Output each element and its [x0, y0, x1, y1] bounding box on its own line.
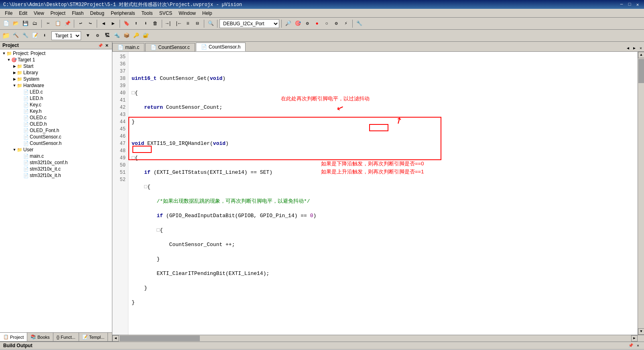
menu-edit[interactable]: Edit [16, 10, 30, 17]
search-btn[interactable]: 🔎 [284, 19, 293, 28]
bookmark-btn[interactable]: 🔖 [122, 19, 131, 28]
tree-item-main-c[interactable]: 📄 main.c [0, 153, 112, 159]
stop-btn[interactable]: ○ [322, 19, 331, 28]
tab-close-all[interactable]: ✕ [638, 45, 644, 51]
menu-flash[interactable]: Flash [69, 10, 87, 17]
bottom-scrollbar[interactable]: ◀ ▶ [112, 335, 644, 341]
scroll-up-btn[interactable]: ▲ [638, 52, 644, 58]
nav-back-btn[interactable]: ◀ [99, 19, 108, 28]
close-button[interactable]: ✕ [634, 2, 641, 7]
manage-btn4[interactable]: 🔑 [132, 31, 140, 40]
project-icon[interactable]: 📁 [2, 31, 10, 40]
unindent-btn[interactable]: |← [174, 19, 183, 28]
toggle-btn[interactable]: ⊟ [193, 19, 202, 28]
prev-bookmark-btn[interactable]: ⬆ [132, 19, 140, 28]
settings-btn[interactable]: 🔧 [355, 19, 364, 28]
tree-item-system[interactable]: ▶ 📁 System [0, 76, 112, 82]
tree-item-library[interactable]: ▶ 📁 Library [0, 69, 112, 76]
panel-close-btn[interactable]: ✕ [104, 43, 110, 48]
menu-view[interactable]: View [30, 10, 47, 17]
maximize-button[interactable]: □ [626, 2, 633, 7]
bottom-panel-pin-btn[interactable]: 📌 [628, 343, 634, 348]
tree-item-hardware[interactable]: ▼ 📁 Hardware [0, 82, 112, 89]
flash-btn[interactable]: ⚡ [341, 19, 350, 28]
code-content[interactable]: uint16_t CountSensor_Get(void) □{ return… [128, 52, 638, 335]
tree-item-stm32-it-c[interactable]: 📄 stm32f10x_it.c [0, 166, 112, 172]
tree-item-oled-font-h[interactable]: 📄 OLED_Font.h [0, 127, 112, 134]
target-settings-btn[interactable]: ⚙ [93, 31, 102, 40]
menu-debug[interactable]: Debug [87, 10, 108, 17]
menu-tools[interactable]: Tools [138, 10, 156, 17]
code-editor[interactable]: 35 36 37 38 39 40 41 42 43 44 45 46 47 4… [112, 52, 644, 335]
clear-bookmark-btn[interactable]: 🗑 [151, 19, 160, 28]
scroll-left-btn[interactable]: ◀ [112, 335, 119, 342]
tree-item-oled-c[interactable]: 📄 OLED.c [0, 114, 112, 121]
proj-tab-books[interactable]: 📚 Books [27, 333, 53, 341]
menu-project[interactable]: Project [47, 10, 69, 17]
tab-scroll-left[interactable]: ◀ [625, 45, 631, 51]
tree-item-key-c[interactable]: 📄 Key.c [0, 102, 112, 108]
menu-svcs[interactable]: SVCS [156, 10, 176, 17]
scroll-right-btn[interactable]: ▶ [631, 335, 638, 342]
target-select-btn[interactable]: ▼ [83, 31, 92, 40]
menu-peripherals[interactable]: Peripherals [108, 10, 138, 17]
undo-btn[interactable]: ↩ [76, 19, 85, 28]
manage-btn3[interactable]: 📦 [122, 31, 131, 40]
tree-item-stm32-it-h[interactable]: 📄 stm32f10x_it.h [0, 172, 112, 179]
tree-item-user[interactable]: ▼ 📁 User [0, 147, 112, 153]
nav-fwd-btn[interactable]: ▶ [109, 19, 118, 28]
editor-scrollbar[interactable]: ▲ ▼ [638, 52, 644, 335]
proj-tab-functions[interactable]: {} Funct... [53, 333, 79, 341]
tab-main-c[interactable]: 📄 main.c [112, 43, 144, 51]
run-btn[interactable]: ● [313, 19, 321, 28]
manage-btn5[interactable]: 🔐 [141, 31, 150, 40]
save-btn[interactable]: 💾 [21, 19, 30, 28]
cut-btn[interactable]: ✂ [44, 19, 53, 28]
next-bookmark-btn[interactable]: ⬇ [141, 19, 150, 28]
target-dropdown[interactable]: Target 1 [51, 31, 81, 40]
scroll-down-btn[interactable]: ▼ [638, 328, 644, 335]
bottom-panel-close-btn[interactable]: ✕ [635, 343, 641, 348]
tree-item-key-h[interactable]: 📄 Key.h [0, 108, 112, 114]
tree-item-countsensor-h[interactable]: 📄 CountSensor.h [0, 140, 112, 147]
find-btn[interactable]: 🔍 [206, 19, 215, 28]
scroll-thumb[interactable] [638, 59, 644, 83]
tree-item-stm32-conf[interactable]: 📄 stm32f10x_conf.h [0, 159, 112, 166]
paste-btn[interactable]: 📌 [63, 19, 72, 28]
manage-btn1[interactable]: 🏗 [103, 31, 112, 40]
target-btn[interactable]: 🎯 [293, 19, 302, 28]
indent-btn[interactable]: →| [164, 19, 173, 28]
hex-btn[interactable]: 📝 [30, 31, 39, 40]
save-all-btn[interactable]: 🗂 [30, 19, 39, 28]
tree-item-countsensor-c[interactable]: 📄 CountSensor.c [0, 134, 112, 140]
proj-tab-templates[interactable]: 📝 Templ... [79, 333, 108, 341]
menu-file[interactable]: File [2, 10, 16, 17]
tab-countsensor-c[interactable]: 📄 CountSensor.c [145, 43, 195, 51]
tab-countsensor-h[interactable]: 📄 CountSensor.h [196, 43, 246, 51]
tree-item-project[interactable]: ▼ 📁 Project: Project [0, 50, 112, 57]
open-btn[interactable]: 📂 [11, 19, 20, 28]
tree-item-target1[interactable]: ▼ 🎯 Target 1 [0, 57, 112, 63]
tree-item-led-c[interactable]: 📄 LED.c [0, 89, 112, 95]
step-btn[interactable]: ⚙ [332, 19, 341, 28]
new-file-btn[interactable]: 📄 [2, 19, 10, 28]
minimize-button[interactable]: ─ [618, 2, 625, 7]
download-icon[interactable]: ⬇ [40, 31, 49, 40]
debug-config-dropdown[interactable]: DEBUG_I2Cx_Port [219, 19, 279, 28]
tree-item-led-h[interactable]: 📄 LED.h [0, 95, 112, 102]
tree-item-oled-h[interactable]: 📄 OLED.h [0, 121, 112, 127]
format-btn[interactable]: ≡ [183, 19, 192, 28]
manage-btn2[interactable]: 🔩 [112, 31, 121, 40]
copy-btn[interactable]: 📋 [53, 19, 62, 28]
proj-tab-project[interactable]: 📋 Project [0, 333, 27, 341]
tab-scroll-right[interactable]: ▶ [631, 45, 638, 51]
menu-help[interactable]: Help [199, 10, 215, 17]
h-scroll-thumb[interactable] [120, 336, 200, 341]
tree-item-start[interactable]: ▶ 📁 Start [0, 63, 112, 69]
rebuild-btn[interactable]: 🔨 [11, 31, 20, 40]
menu-window[interactable]: Window [175, 10, 199, 17]
redo-btn[interactable]: ↪ [86, 19, 95, 28]
watch-btn[interactable]: ⚙ [303, 19, 312, 28]
build-btn[interactable]: 🔧 [21, 31, 30, 40]
panel-pin-btn[interactable]: 📌 [98, 43, 103, 48]
